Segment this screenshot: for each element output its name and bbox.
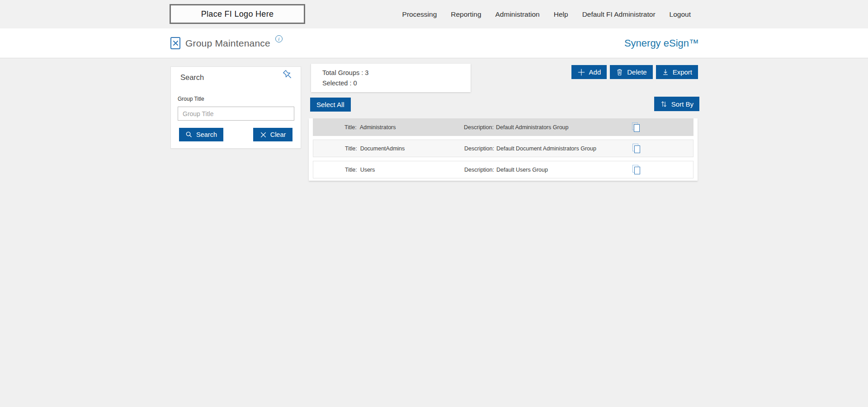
clear-button-label: Clear (270, 131, 286, 138)
row-description: Description:Default Users Group (464, 167, 548, 173)
fi-logo-placeholder: Place FI Logo Here (170, 4, 305, 24)
plus-icon (577, 68, 585, 76)
export-button-label: Export (673, 68, 692, 76)
search-panel: Search Group Title Search Clear (170, 66, 301, 149)
top-bar: Place FI Logo Here ProcessingReportingAd… (0, 0, 868, 28)
copy-icon-front (634, 167, 640, 174)
clear-button[interactable]: Clear (253, 128, 292, 141)
search-panel-title: Search (180, 73, 204, 82)
select-all-button[interactable]: Select All (310, 98, 351, 112)
row-title: Title:Administrators (344, 124, 396, 131)
nav-item-processing[interactable]: Processing (402, 10, 437, 19)
group-row[interactable]: Title:AdministratorsDescription:Default … (313, 118, 693, 136)
selected-count-text: Selected : 0 (322, 80, 471, 87)
info-icon[interactable]: i (275, 35, 283, 42)
delete-button-label: Delete (627, 68, 646, 76)
copy-icon[interactable] (631, 164, 642, 175)
row-title-value: Users (360, 167, 375, 173)
row-description-label: Description: (464, 124, 494, 131)
add-button[interactable]: Add (571, 65, 607, 79)
summary-box: Total Groups : 3 Selected : 0 (311, 64, 471, 92)
nav-item-reporting[interactable]: Reporting (451, 10, 481, 19)
group-title-input[interactable] (178, 107, 294, 121)
download-icon (662, 69, 669, 76)
group-maintenance-icon (170, 37, 180, 49)
select-all-label: Select All (316, 101, 344, 108)
add-button-label: Add (589, 68, 601, 76)
group-list: Title:AdministratorsDescription:Default … (309, 118, 698, 181)
page-title: Group Maintenance (185, 38, 270, 49)
pin-icon[interactable] (281, 68, 295, 82)
total-groups-text: Total Groups : 3 (322, 69, 471, 76)
top-nav: ProcessingReportingAdministrationHelpDef… (402, 0, 691, 28)
toolbar: Add Delete Export (571, 65, 698, 79)
nav-item-help[interactable]: Help (554, 10, 568, 19)
brand-logo: Synergy eSign™ (624, 28, 699, 58)
search-button[interactable]: Search (179, 128, 223, 141)
row-description: Description:Default Administrators Group (464, 124, 569, 131)
nav-item-administration[interactable]: Administration (495, 10, 540, 19)
row-description-value: Default Administrators Group (496, 124, 569, 131)
nav-item-logout[interactable]: Logout (670, 10, 691, 19)
copy-icon-front (634, 124, 640, 132)
row-description-label: Description: (464, 145, 494, 152)
close-icon (260, 131, 267, 138)
row-title: Title:Users (345, 167, 375, 173)
export-button[interactable]: Export (656, 65, 698, 79)
group-row[interactable]: Title:UsersDescription:Default Users Gro… (313, 161, 693, 178)
row-title-label: Title: (344, 124, 357, 131)
sort-by-button[interactable]: Sort By (654, 97, 699, 111)
row-title-value: DocumentAdmins (360, 145, 405, 152)
row-title-label: Title: (345, 167, 357, 173)
group-title-label: Group Title (178, 96, 204, 102)
sort-icon (660, 100, 668, 108)
row-title-label: Title: (345, 145, 357, 152)
row-description-value: Default Document Administrators Group (496, 145, 596, 152)
row-description-value: Default Users Group (496, 167, 548, 173)
row-description-label: Description: (464, 167, 494, 173)
row-description: Description:Default Document Administrat… (464, 145, 596, 152)
search-icon (185, 131, 193, 138)
trash-icon (616, 68, 623, 76)
delete-button[interactable]: Delete (610, 65, 652, 79)
sort-by-label: Sort By (671, 100, 693, 108)
row-title: Title:DocumentAdmins (345, 145, 405, 152)
copy-icon-front (634, 145, 640, 153)
copy-icon[interactable] (631, 143, 642, 154)
search-button-label: Search (196, 131, 217, 138)
group-row[interactable]: Title:DocumentAdminsDescription:Default … (313, 140, 693, 157)
page-header: Group Maintenance i Synergy eSign™ (0, 28, 868, 58)
copy-icon[interactable] (631, 122, 642, 133)
nav-item-default-fi-administrator[interactable]: Default FI Administrator (582, 10, 656, 19)
page-header-left: Group Maintenance i (170, 28, 283, 58)
row-title-value: Administrators (360, 124, 396, 131)
